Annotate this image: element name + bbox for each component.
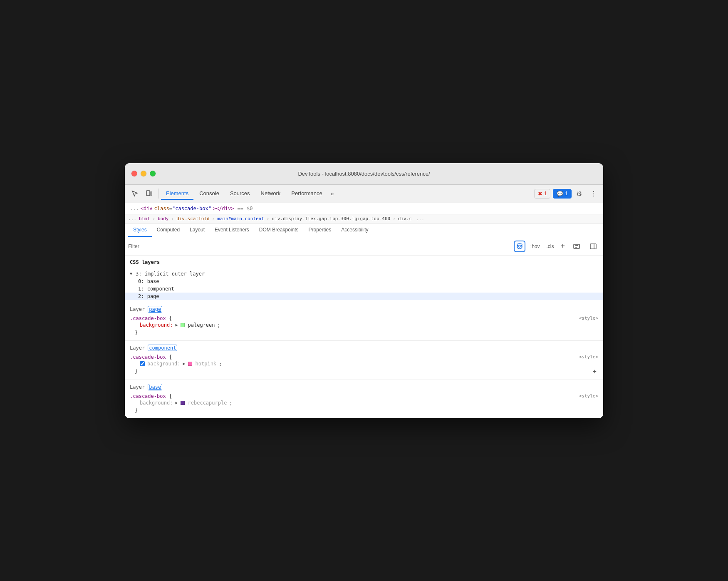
- prop-checkbox-component[interactable]: [140, 361, 145, 366]
- traffic-lights: [131, 171, 156, 176]
- layer-filter-button[interactable]: [514, 241, 525, 252]
- expand-arrow-base[interactable]: ▶: [175, 400, 178, 405]
- rule-prop-base-bg: background: ▶ rebeccapurple;: [130, 399, 598, 407]
- color-swatch-palegreen[interactable]: [181, 323, 185, 327]
- tab-accessibility[interactable]: Accessibility: [336, 223, 373, 237]
- layer-base-link[interactable]: base: [148, 384, 162, 390]
- dom-selected-element: ... <div class="cascade-box" ></div> == …: [125, 203, 603, 214]
- device-toggle-button[interactable]: [142, 187, 156, 200]
- rule-close-page: }: [130, 329, 598, 336]
- tab-layout[interactable]: Layout: [185, 223, 210, 237]
- svg-rect-3: [574, 244, 579, 248]
- expand-arrow-component[interactable]: ▶: [183, 361, 185, 366]
- tab-properties[interactable]: Properties: [304, 223, 337, 237]
- css-layers-tree: ▼ 3: implicit outer layer 0: base 1: com…: [125, 268, 603, 302]
- prop-value-page-bg: palegreen: [188, 322, 215, 328]
- breadcrumb-body[interactable]: body: [158, 216, 169, 221]
- tab-elements[interactable]: Elements: [161, 188, 193, 200]
- layer-base-prefix: Layer: [130, 384, 148, 390]
- tree-toggle-implicit: ▼: [130, 271, 134, 276]
- breadcrumb-div-c[interactable]: div.c: [398, 216, 412, 221]
- more-vert-icon: ⋮: [590, 190, 597, 198]
- layer-page-label: Layer page: [125, 305, 603, 314]
- prop-name-base-bg: background:: [140, 400, 173, 406]
- toggle-sidebar-button[interactable]: [587, 240, 600, 253]
- color-swatch-hotpink[interactable]: [188, 362, 192, 366]
- color-swatch-rebeccapurple[interactable]: [181, 401, 185, 405]
- close-button[interactable]: [131, 171, 137, 176]
- panel-tabs: Styles Computed Layout Event Listeners D…: [125, 223, 603, 237]
- more-tabs-button[interactable]: »: [328, 189, 337, 199]
- dom-attr: class="cascade-box": [154, 206, 211, 211]
- svg-rect-6: [590, 244, 596, 249]
- prop-name-component-bg: background:: [147, 361, 180, 367]
- rule-selector-page: .cascade-box {: [130, 315, 172, 321]
- tab-dom-breakpoints[interactable]: DOM Breakpoints: [254, 223, 304, 237]
- error-icon: ✖: [538, 191, 542, 197]
- rule-prop-page-bg: background: ▶ palegreen;: [130, 321, 598, 329]
- info-badge[interactable]: 💬 1: [553, 189, 572, 199]
- element-breadcrumb: ... html › body › div.scaffold › main#ma…: [125, 214, 603, 223]
- layer-page-link[interactable]: page: [148, 306, 162, 313]
- source-link-component[interactable]: <style>: [579, 354, 598, 360]
- svg-rect-0: [146, 191, 150, 196]
- error-badge[interactable]: ✖ 1: [534, 189, 551, 199]
- tab-sources[interactable]: Sources: [225, 188, 255, 200]
- more-options-button[interactable]: ⋮: [587, 187, 600, 200]
- element-picker-button[interactable]: [128, 187, 141, 200]
- hov-filter-button[interactable]: :hov: [529, 243, 542, 250]
- cls-filter-button[interactable]: .cls: [545, 243, 555, 250]
- rule-close-component: }: [130, 367, 143, 375]
- breadcrumb-div-flex[interactable]: div.display-flex.gap-top-300.lg:gap-top-…: [272, 216, 390, 221]
- expand-arrow-page[interactable]: ▶: [175, 323, 178, 327]
- breadcrumb-more: ...: [416, 216, 424, 221]
- dom-equals: ==: [237, 206, 243, 211]
- breadcrumb-html[interactable]: html: [139, 216, 150, 221]
- tab-styles[interactable]: Styles: [128, 223, 152, 237]
- rule-selector-base: .cascade-box {: [130, 393, 172, 399]
- maximize-button[interactable]: [150, 171, 156, 176]
- tree-label-base: 0: base: [138, 278, 159, 284]
- tree-item-page[interactable]: 2: page: [125, 293, 603, 300]
- prop-value-component-bg: hotpink: [196, 361, 217, 367]
- filter-input[interactable]: [128, 243, 510, 249]
- add-class-button[interactable]: +: [559, 241, 567, 251]
- dom-tag-open[interactable]: <div: [141, 206, 153, 211]
- tab-performance[interactable]: Performance: [286, 188, 327, 200]
- info-count: 1: [565, 191, 568, 196]
- tab-event-listeners[interactable]: Event Listeners: [210, 223, 254, 237]
- rule-block-component: .cascade-box { <style> background: ▶ hot…: [125, 353, 603, 377]
- source-link-base[interactable]: <style>: [579, 393, 598, 399]
- dom-attr-name: class: [154, 206, 169, 211]
- error-count: 1: [544, 191, 547, 196]
- rule-block-page: .cascade-box { <style> background: ▶ pal…: [125, 314, 603, 338]
- tree-item-base[interactable]: 0: base: [125, 278, 603, 285]
- tree-item-component[interactable]: 1: component: [125, 285, 603, 293]
- tab-network[interactable]: Network: [256, 188, 286, 200]
- settings-button[interactable]: ⚙: [572, 187, 586, 200]
- dom-tag-close: ></div>: [213, 206, 234, 211]
- layer-page-section: Layer page .cascade-box { <style> backgr…: [125, 302, 603, 340]
- layer-component-section: Layer component .cascade-box { <style> b…: [125, 340, 603, 380]
- layer-base-section: Layer base .cascade-box { <style> backgr…: [125, 380, 603, 418]
- tab-computed[interactable]: Computed: [152, 223, 185, 237]
- devtools-window: DevTools - localhost:8080/docs/devtools/…: [125, 163, 603, 418]
- toolbar-divider: [158, 189, 158, 199]
- rule-block-base: .cascade-box { <style> background: ▶ reb…: [125, 392, 603, 416]
- breadcrumb-main[interactable]: main#main-content: [217, 216, 264, 221]
- info-icon: 💬: [557, 191, 563, 197]
- css-layers-header: CSS layers: [125, 256, 603, 268]
- tab-console[interactable]: Console: [194, 188, 224, 200]
- source-link-page[interactable]: <style>: [579, 315, 598, 321]
- breadcrumb-div-scaffold[interactable]: div.scaffold: [176, 216, 209, 221]
- minimize-button[interactable]: [141, 171, 146, 176]
- layer-page-prefix: Layer: [130, 306, 148, 312]
- tree-item-implicit-outer[interactable]: ▼ 3: implicit outer layer: [125, 270, 603, 278]
- svg-point-2: [517, 243, 522, 246]
- styles-filter-bar: :hov .cls +: [125, 237, 603, 256]
- add-prop-component-button[interactable]: +: [591, 367, 598, 375]
- rule-prop-component-bg: background: ▶ hotpink;: [130, 360, 598, 367]
- new-style-rule-button[interactable]: [570, 240, 583, 253]
- layer-component-link[interactable]: component: [148, 345, 177, 351]
- svg-rect-1: [150, 192, 152, 195]
